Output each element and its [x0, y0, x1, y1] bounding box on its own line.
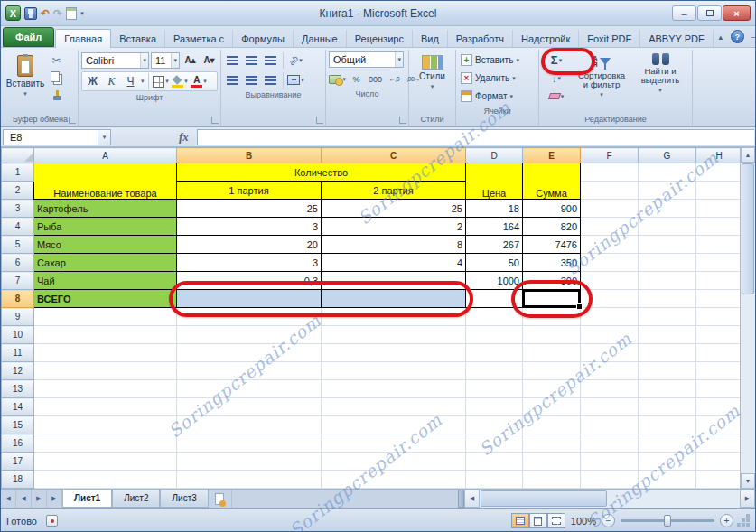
cell-H12[interactable]	[696, 362, 741, 380]
cell-E8[interactable]	[523, 290, 581, 308]
copy-button[interactable]	[48, 70, 65, 87]
grow-font-button[interactable]: А▴	[182, 51, 199, 69]
col-header-H[interactable]: H	[696, 148, 741, 163]
chevron-down-icon[interactable]: ▾	[141, 78, 145, 85]
col-header-D[interactable]: D	[466, 148, 523, 163]
align-right-button[interactable]	[262, 71, 279, 89]
alignment-dialog-launcher-icon[interactable]	[316, 117, 323, 124]
cell-E11[interactable]	[523, 344, 581, 362]
cell-E14[interactable]	[523, 398, 581, 416]
font-dialog-launcher-icon[interactable]	[211, 117, 219, 124]
cell-C12[interactable]	[322, 362, 466, 380]
col-header-E[interactable]: E	[523, 148, 581, 163]
tab-addins[interactable]: Надстройк	[513, 30, 579, 47]
clipboard-dialog-launcher-icon[interactable]	[69, 117, 76, 124]
insert-worksheet-button[interactable]	[209, 490, 232, 508]
cell-H9[interactable]	[696, 308, 741, 326]
cell-C8[interactable]	[322, 290, 466, 308]
cell-G9[interactable]	[639, 308, 696, 326]
cell-E6[interactable]: 350	[523, 254, 581, 272]
cell-H18[interactable]	[696, 471, 741, 489]
cell-C6[interactable]: 4	[322, 254, 466, 272]
cell-E13[interactable]	[523, 380, 581, 398]
cell-B15[interactable]	[177, 416, 322, 434]
cell-A15[interactable]	[34, 416, 177, 434]
sheet-tab-list2[interactable]: Лист2	[112, 490, 160, 508]
scroll-right-icon[interactable]: ▶	[740, 490, 755, 508]
cell-F5[interactable]	[581, 236, 639, 254]
cell-D9[interactable]	[466, 308, 523, 326]
cell-A1[interactable]: Наименование товара	[34, 163, 177, 200]
font-name-select[interactable]: Calibri▾	[81, 52, 149, 69]
cut-button[interactable]: ✂	[48, 51, 65, 69]
tab-review[interactable]: Рецензирс	[347, 30, 413, 47]
tab-file[interactable]: Файл	[3, 27, 54, 47]
cell-G3[interactable]	[639, 200, 696, 218]
underline-button[interactable]: Ч	[122, 73, 139, 90]
cell-C4[interactable]: 2	[322, 218, 466, 236]
cell-F18[interactable]	[581, 471, 639, 489]
sort-filter-button[interactable]: АЯ Сортировка и фильтр ▾	[574, 51, 630, 107]
align-top-button[interactable]	[224, 51, 241, 69]
styles-button[interactable]: Стили ▾	[413, 51, 453, 107]
font-color-button[interactable]: А▾	[191, 73, 208, 90]
row-header-2[interactable]: 2	[2, 182, 34, 200]
autosum-button[interactable]: Σ▾	[542, 51, 571, 69]
cell-F16[interactable]	[581, 434, 639, 453]
col-header-B[interactable]: B	[177, 148, 322, 163]
cell-E4[interactable]: 820	[523, 218, 581, 236]
vertical-scrollbar[interactable]: ▲ ▼	[740, 147, 755, 489]
cell-F8[interactable]	[581, 290, 639, 308]
cell-G2[interactable]	[639, 182, 696, 200]
merge-center-button[interactable]: ▾	[287, 71, 304, 89]
row-header-5[interactable]: 5	[2, 236, 34, 254]
cell-H4[interactable]	[696, 218, 741, 236]
row-header-1[interactable]: 1	[2, 163, 34, 182]
macro-record-icon[interactable]	[46, 515, 58, 527]
cell-B18[interactable]	[177, 471, 322, 489]
scroll-down-icon[interactable]: ▼	[741, 473, 755, 489]
cell-G8[interactable]	[639, 290, 696, 308]
cell-A8[interactable]: ВСЕГО	[34, 290, 177, 308]
number-format-select[interactable]: Общий▾	[329, 51, 404, 68]
row-header-8[interactable]: 8	[2, 290, 34, 308]
cell-F13[interactable]	[581, 380, 639, 398]
horizontal-scrollbar[interactable]: ◀ ▶	[464, 490, 755, 508]
cell-G4[interactable]	[639, 218, 696, 236]
cell-F11[interactable]	[581, 344, 639, 362]
cell-G14[interactable]	[639, 398, 696, 416]
cell-F7[interactable]	[581, 272, 639, 290]
cell-D15[interactable]	[466, 416, 523, 434]
redo-icon[interactable]: ↷	[53, 8, 62, 19]
row-header-16[interactable]: 16	[2, 434, 34, 453]
cell-A16[interactable]	[34, 434, 177, 453]
prev-sheet-icon[interactable]: ◀	[16, 490, 32, 508]
scroll-left-icon[interactable]: ◀	[464, 490, 480, 508]
cell-G10[interactable]	[639, 326, 696, 344]
cell-D18[interactable]	[466, 471, 523, 489]
cell-F10[interactable]	[581, 326, 639, 344]
cell-E3[interactable]: 900	[523, 200, 581, 218]
cell-A14[interactable]	[34, 398, 177, 416]
cell-B7[interactable]: 0,3	[177, 272, 322, 290]
accounting-format-button[interactable]: ▾	[329, 70, 346, 88]
customize-qat-icon[interactable]: ▾	[80, 10, 84, 17]
col-header-C[interactable]: C	[322, 148, 466, 163]
cell-G5[interactable]	[639, 236, 696, 254]
cell-E16[interactable]	[523, 434, 581, 453]
row-header-10[interactable]: 10	[2, 326, 34, 344]
cell-G16[interactable]	[639, 434, 696, 453]
sheet-tab-list1[interactable]: Лист1	[62, 490, 112, 508]
zoom-slider[interactable]	[621, 519, 714, 522]
cell-D8[interactable]	[466, 290, 523, 308]
borders-button[interactable]: ▾	[153, 73, 170, 90]
cell-B11[interactable]	[177, 344, 322, 362]
scroll-up-icon[interactable]: ▲	[741, 147, 755, 163]
cell-H17[interactable]	[696, 453, 741, 471]
last-sheet-icon[interactable]: ▶	[47, 490, 62, 508]
cell-B6[interactable]: 3	[177, 254, 322, 272]
horizontal-scrollbar-thumb[interactable]	[481, 490, 607, 507]
cell-F3[interactable]	[581, 200, 639, 218]
cell-G17[interactable]	[639, 453, 696, 471]
row-header-15[interactable]: 15	[2, 416, 34, 434]
